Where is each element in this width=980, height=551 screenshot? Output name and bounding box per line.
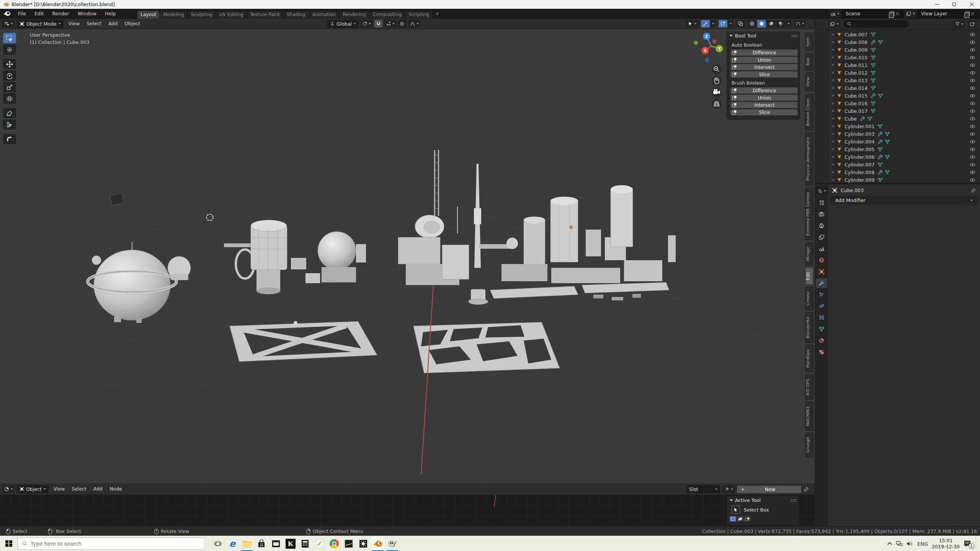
viewport-options-dropdown[interactable]: [794, 20, 806, 28]
sidebar-tab[interactable]: Extreme PBR Combo: [805, 187, 813, 240]
rotate-tool[interactable]: [3, 70, 16, 81]
language-indicator[interactable]: ENG: [917, 541, 928, 547]
add-object-tool[interactable]: [3, 134, 16, 144]
properties-tab-modifiers[interactable]: [816, 278, 827, 288]
transform-tool[interactable]: [3, 93, 16, 104]
expand-icon[interactable]: [833, 33, 834, 36]
selectability-visibility-dropdown[interactable]: [686, 20, 698, 28]
view-layer-name[interactable]: View Layer: [920, 11, 965, 16]
brush-boolean-button[interactable]: Union: [730, 95, 798, 101]
outliner-row[interactable]: Cylinder.006: [815, 153, 980, 161]
annotate-tool[interactable]: [3, 108, 16, 118]
properties-tab-object[interactable]: [816, 267, 827, 277]
expand-icon[interactable]: [833, 56, 834, 59]
shading-dropdown[interactable]: [786, 20, 791, 28]
brush-boolean-button[interactable]: Intersect: [730, 102, 798, 108]
pin-icon[interactable]: [971, 187, 976, 193]
new-material-button[interactable]: + New: [737, 486, 801, 493]
expand-icon[interactable]: [833, 163, 834, 166]
cursor-tool[interactable]: [3, 44, 16, 55]
browse-view-layer-button[interactable]: [904, 10, 916, 18]
select-box-tool-icon[interactable]: [732, 505, 740, 514]
sidebar-tab[interactable]: Bmesh Clean: [805, 94, 813, 130]
outliner-row[interactable]: Cube.010: [815, 54, 980, 61]
outliner-row[interactable]: Cylinder.008: [815, 168, 980, 176]
notepad-icon[interactable]: [312, 536, 327, 551]
outliner-row[interactable]: Cube.012: [815, 69, 980, 77]
move-tool[interactable]: [3, 59, 16, 69]
measure-tool[interactable]: [3, 119, 16, 130]
outliner-display-mode-button[interactable]: [828, 20, 840, 28]
brightness-app-icon[interactable]: [356, 536, 371, 551]
expand-icon[interactable]: [833, 156, 834, 158]
transform-orientation-selector[interactable]: Global: [327, 20, 359, 28]
properties-tab-particles[interactable]: [816, 290, 827, 300]
expand-icon[interactable]: [833, 110, 834, 112]
select-mode-subtract-button[interactable]: [744, 516, 751, 522]
outliner-row[interactable]: Cube.011: [815, 61, 980, 69]
expand-icon[interactable]: [833, 133, 834, 135]
expand-icon[interactable]: [833, 179, 834, 181]
outliner-row[interactable]: Cylinder.004: [815, 138, 980, 145]
hide-eye-toggle[interactable]: [970, 93, 975, 99]
outliner-row[interactable]: Cube.009: [815, 46, 980, 54]
action-center-button[interactable]: 1: [964, 540, 972, 548]
auto-boolean-button[interactable]: Slice: [730, 71, 798, 78]
workspace-tab[interactable]: Compositing: [370, 11, 405, 19]
outliner-row[interactable]: Cube.014: [815, 84, 980, 92]
sidebar-tab[interactable]: Item: [805, 33, 813, 51]
show-gizmo-toggle[interactable]: [701, 20, 710, 28]
properties-editor-type-button[interactable]: [816, 187, 828, 195]
outliner-row[interactable]: Cube.008: [815, 38, 980, 46]
hide-eye-toggle[interactable]: [970, 62, 975, 68]
maximize-button[interactable]: [946, 0, 963, 9]
viewport-menu[interactable]: Object: [121, 20, 144, 28]
sidebar-tab[interactable]: Tool: [805, 53, 813, 70]
mail-icon[interactable]: [269, 536, 283, 551]
collapse-panel-icon[interactable]: [730, 35, 733, 37]
expand-icon[interactable]: [833, 125, 834, 127]
properties-tab-view-layer[interactable]: [816, 232, 827, 242]
properties-tab-material[interactable]: [816, 336, 827, 346]
outliner-row[interactable]: Cube.016: [815, 99, 980, 107]
expand-icon[interactable]: [833, 117, 834, 120]
hide-eye-toggle[interactable]: [970, 101, 975, 106]
workspace-tab[interactable]: Texture Paint: [247, 11, 283, 19]
pivot-point-selector[interactable]: [361, 20, 372, 28]
select-box-tool[interactable]: [3, 33, 16, 43]
hide-eye-toggle[interactable]: [970, 32, 975, 37]
scale-tool[interactable]: [3, 82, 16, 92]
blender-menu-logo[interactable]: [3, 11, 11, 16]
panel-drag-grip[interactable]: [791, 34, 797, 37]
workspace-tab[interactable]: Layout: [137, 11, 159, 19]
volume-icon[interactable]: [906, 541, 913, 547]
slot-selector[interactable]: Slot: [686, 485, 720, 493]
new-scene-button[interactable]: [890, 11, 894, 16]
shader-menu[interactable]: Select: [68, 485, 90, 493]
hide-eye-toggle[interactable]: [970, 131, 975, 137]
hide-eye-toggle[interactable]: [970, 170, 975, 175]
outliner-row[interactable]: Cube.015: [815, 92, 980, 99]
topbar-menu[interactable]: Window: [74, 10, 101, 18]
properties-tab-output[interactable]: [816, 221, 827, 231]
outliner-row[interactable]: Cylinder.009: [815, 176, 980, 184]
outliner-row[interactable]: Cube.013: [815, 77, 980, 84]
hide-eye-toggle[interactable]: [970, 116, 975, 122]
taskbar-clock[interactable]: 15:01 2019-12-30: [932, 538, 960, 549]
select-mode-extend-button[interactable]: [737, 516, 743, 522]
expand-icon[interactable]: [833, 79, 834, 82]
expand-icon[interactable]: [833, 102, 834, 104]
hide-eye-toggle[interactable]: [970, 177, 975, 183]
shading-material-button[interactable]: [767, 20, 776, 28]
auto-boolean-button[interactable]: Intersect: [730, 64, 798, 70]
hide-eye-toggle[interactable]: [970, 108, 975, 114]
new-collection-button[interactable]: [968, 20, 977, 28]
remove-view-layer-button[interactable]: [971, 12, 975, 16]
outliner-row[interactable]: Cube: [815, 115, 980, 122]
network-icon[interactable]: [896, 541, 903, 547]
properties-tab-scene[interactable]: [816, 244, 827, 254]
viewport-menu[interactable]: Add: [105, 20, 121, 28]
hide-eye-toggle[interactable]: [970, 162, 975, 168]
file-explorer-icon[interactable]: [240, 536, 254, 551]
unlink-scene-button[interactable]: [895, 12, 899, 16]
